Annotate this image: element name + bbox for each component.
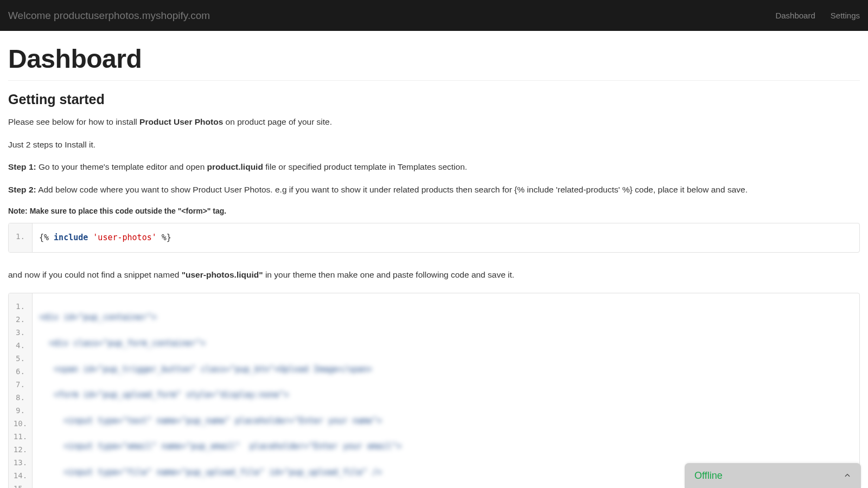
steps-lead: Just 2 steps to Install it. [8, 139, 860, 151]
tok: <div id="pup_container"> [39, 312, 157, 322]
code-snippet-1: 1. {% include 'user-photos' %} [8, 223, 860, 253]
section-title: Getting started [8, 92, 860, 107]
between-b: in your theme then make one and paste fo… [263, 270, 515, 279]
line-number: 4. [9, 339, 32, 352]
chat-status: Offline [694, 470, 723, 481]
intro-suffix: on product page of your site. [223, 117, 332, 126]
tok: include [54, 233, 88, 242]
between-bold: "user-photos.liquid" [182, 270, 263, 279]
tok: <span id="pup_trigger_button" class="pup… [39, 364, 372, 374]
tok: <div class="pup_form_container"> [39, 338, 206, 348]
line-number: 9. [9, 404, 32, 417]
code-gutter: 1. [9, 223, 33, 253]
line-number: 13. [9, 456, 32, 469]
line-number: 5. [9, 352, 32, 365]
line-number: 11. [9, 430, 32, 443]
tok: <input type="text" name="pup_name" place… [39, 416, 382, 426]
page-title: Dashboard [8, 44, 860, 74]
line-number: 15. [9, 482, 32, 488]
step1-text-a: Go to your theme's template editor and o… [36, 162, 207, 171]
code-body-blurred: <div id="pup_container"> <div class="pup… [33, 293, 859, 488]
between-text: and now if you could not find a snippet … [8, 269, 860, 281]
nav-dashboard[interactable]: Dashboard [775, 11, 815, 20]
line-number: 12. [9, 443, 32, 456]
tok: {% [39, 233, 54, 242]
intro-bold: Product User Photos [139, 117, 223, 126]
intro-text: Please see below for how to install Prod… [8, 116, 860, 128]
tok [88, 233, 93, 242]
line-number: 14. [9, 469, 32, 482]
line-number: 2. [9, 313, 32, 326]
divider [8, 80, 860, 81]
tok: <input type="email" name="pup_email" pla… [39, 441, 401, 451]
top-nav: Dashboard Settings [775, 11, 860, 20]
step2-label: Step 2: [8, 185, 36, 194]
chat-widget[interactable]: Offline [685, 463, 861, 488]
tok: %} [157, 233, 171, 242]
topbar: Welcome productuserphotos.myshopify.com … [0, 0, 868, 31]
code-body[interactable]: {% include 'user-photos' %} [33, 223, 859, 253]
step2-text: Add below code where you want to show Pr… [36, 185, 748, 194]
code-snippet-2: 1. 2. 3. 4. 5. 6. 7. 8. 9. 10. 11. 12. 1… [8, 293, 860, 488]
line-number: 3. [9, 326, 32, 339]
line-number: 8. [9, 391, 32, 404]
line-number: 1. [9, 300, 32, 313]
nav-settings[interactable]: Settings [831, 11, 860, 20]
main-content: Dashboard Getting started Please see bel… [0, 31, 868, 488]
between-a: and now if you could not find a snippet … [8, 270, 182, 279]
tok: <input type="file" name="pup_upload_file… [39, 467, 382, 477]
intro-prefix: Please see below for how to install [8, 117, 139, 126]
step1-label: Step 1: [8, 162, 36, 171]
note-text: Note: Make sure to place this code outsi… [8, 207, 860, 215]
chevron-up-icon[interactable] [844, 472, 851, 479]
step-2: Step 2: Add below code where you want to… [8, 184, 860, 196]
line-number: 1. [9, 230, 32, 243]
tok: 'user-photos' [93, 233, 156, 242]
line-number: 6. [9, 365, 32, 378]
step1-bold: product.liquid [207, 162, 263, 171]
line-number: 7. [9, 378, 32, 391]
line-number: 10. [9, 417, 32, 430]
welcome-text: Welcome productuserphotos.myshopify.com [8, 10, 210, 22]
code-gutter: 1. 2. 3. 4. 5. 6. 7. 8. 9. 10. 11. 12. 1… [9, 293, 33, 488]
tok: <form id="pup_upload_form" style="displa… [39, 390, 289, 400]
step1-text-b: file or specified product template in Te… [263, 162, 467, 171]
step-1: Step 1: Go to your theme's template edit… [8, 161, 860, 173]
